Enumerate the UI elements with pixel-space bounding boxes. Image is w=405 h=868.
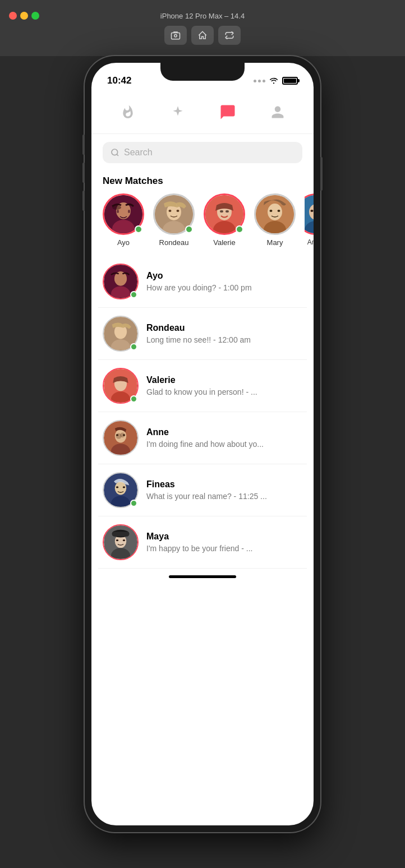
chat-name-fineas: Fineas: [146, 479, 302, 490]
svg-point-53: [116, 539, 118, 541]
rotate-button[interactable]: [218, 26, 241, 45]
chat-item-valerie[interactable]: Valerie Glad to know you in person! - ..…: [98, 360, 307, 412]
chat-item-fineas[interactable]: Fineas What is your real name? - 11:25 .…: [98, 464, 307, 516]
match-item-angie[interactable]: Angie: [305, 193, 314, 247]
phone-screen: 10:42: [91, 63, 314, 825]
home-bar: [169, 575, 236, 578]
online-dot-rondeau: [185, 225, 193, 233]
traffic-lights: [9, 12, 39, 20]
match-avatar-wrap-rondeau: [153, 193, 195, 235]
chat-avatar-img-maya: [104, 524, 137, 560]
chat-preview-fineas: What is your real name? - 11:25 ...: [146, 492, 302, 501]
svg-point-20: [268, 204, 282, 220]
search-icon: [111, 148, 119, 157]
signal-dot-2: [258, 80, 261, 82]
chat-preview-anne: I'm doing fine and how about yo...: [146, 440, 302, 449]
svg-point-23: [278, 210, 280, 212]
match-avatar-mary: [254, 193, 296, 235]
match-name-angie: Angie: [307, 238, 314, 246]
minimize-button[interactable]: [20, 12, 28, 20]
toolbar-buttons: [164, 26, 241, 45]
chat-item-ayo[interactable]: Ayo How are you doing? - 1:00 pm: [98, 256, 307, 308]
svg-point-27: [311, 210, 314, 212]
status-time: 10:42: [107, 75, 131, 86]
match-avatar-wrap-valerie: [204, 193, 245, 235]
chat-online-dot-rondeau: [130, 343, 137, 350]
new-matches-title: New Matches: [91, 171, 314, 193]
chat-info-valerie: Valerie Glad to know you in person! - ..…: [146, 375, 302, 396]
chat-icon: [219, 104, 236, 124]
tab-discover[interactable]: [114, 100, 142, 128]
signal-dot-1: [254, 80, 256, 82]
match-name-rondeau: Rondeau: [159, 238, 189, 247]
chat-item-anne[interactable]: Anne I'm doing fine and how about yo...: [98, 412, 307, 464]
chat-online-dot-valerie: [130, 395, 137, 403]
chat-preview-maya: I'm happy to be your friend - ...: [146, 544, 302, 553]
chat-avatar-wrap-valerie: [103, 368, 139, 404]
chat-item-maya[interactable]: Maya I'm happy to be your friend - ...: [98, 516, 307, 569]
chat-online-dot-fineas: [130, 500, 137, 507]
chat-item-rondeau[interactable]: Rondeau Long time no see!! - 12:00 am: [98, 308, 307, 360]
search-container: Search: [91, 134, 314, 171]
match-name-ayo: Ayo: [117, 238, 130, 247]
screenshot-button[interactable]: [164, 26, 187, 45]
svg-point-49: [123, 486, 125, 488]
notch: [160, 63, 245, 81]
chat-avatar-wrap-ayo: [103, 264, 139, 299]
home-button[interactable]: [191, 26, 214, 45]
match-avatar-wrap-angie: [305, 193, 314, 235]
search-bar[interactable]: Search: [103, 142, 302, 163]
chat-avatar-wrap-anne: [103, 420, 139, 456]
chat-preview-valerie: Glad to know you in person! - ...: [146, 387, 302, 396]
match-item-rondeau[interactable]: Rondeau: [153, 193, 195, 247]
window-title: iPhone 12 Pro Max – 14.4: [160, 12, 245, 20]
match-avatar-wrap-mary: [254, 193, 296, 235]
wifi-icon: [269, 76, 279, 86]
svg-point-54: [123, 539, 125, 541]
chat-info-ayo: Ayo How are you doing? - 1:00 pm: [146, 271, 302, 292]
svg-rect-17: [220, 210, 223, 213]
svg-point-13: [177, 210, 180, 212]
svg-rect-6: [117, 210, 119, 213]
chat-online-dot-ayo: [130, 291, 137, 298]
match-item-mary[interactable]: Mary: [254, 193, 296, 247]
match-name-mary: Mary: [267, 238, 283, 247]
matches-scroll: Ayo: [91, 193, 314, 256]
chat-avatar-wrap-fineas: [103, 472, 139, 508]
svg-point-1: [174, 34, 177, 37]
close-button[interactable]: [9, 12, 17, 20]
online-dot-ayo: [135, 225, 142, 233]
chat-name-valerie: Valerie: [146, 375, 302, 385]
chat-avatar-img-anne: [104, 420, 137, 456]
tab-profile[interactable]: [264, 100, 292, 128]
svg-point-2: [112, 149, 118, 155]
svg-rect-0: [172, 33, 180, 39]
online-dot-valerie: [236, 225, 243, 233]
match-item-valerie[interactable]: Valerie: [204, 193, 245, 247]
match-avatar-angie: [305, 193, 314, 235]
chat-name-maya: Maya: [146, 532, 302, 542]
battery-icon: [282, 77, 298, 85]
chat-preview-rondeau: Long time no see!! - 12:00 am: [146, 335, 302, 344]
avatar-mary: [256, 195, 294, 233]
phone-frame: 10:42: [85, 56, 320, 832]
spark-icon: [171, 105, 185, 123]
tab-spark[interactable]: [164, 100, 192, 128]
chat-info-anne: Anne I'm doing fine and how about yo...: [146, 427, 302, 449]
maximize-button[interactable]: [31, 12, 39, 20]
chat-preview-ayo: How are you doing? - 1:00 pm: [146, 283, 302, 292]
status-icons: [254, 76, 298, 86]
fire-icon: [121, 105, 135, 123]
chat-name-anne: Anne: [146, 427, 302, 437]
chat-avatar-anne: [103, 420, 139, 456]
match-item-ayo[interactable]: Ayo: [103, 193, 144, 247]
chat-avatar-maya: [103, 524, 139, 560]
svg-point-43: [116, 434, 118, 436]
signal-dots: [254, 80, 265, 82]
match-avatar-wrap-ayo: [103, 193, 144, 235]
tab-messages[interactable]: [214, 100, 242, 128]
nav-tabs: [91, 91, 314, 134]
avatar-angie: [305, 195, 314, 233]
battery-fill: [284, 79, 296, 83]
svg-point-22: [270, 210, 273, 212]
